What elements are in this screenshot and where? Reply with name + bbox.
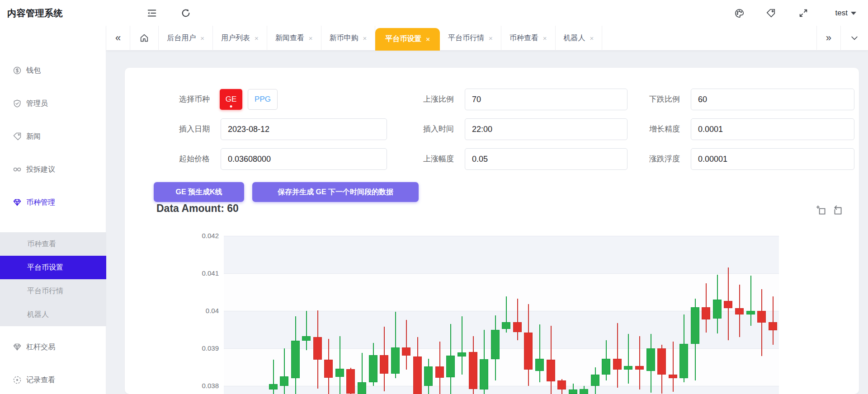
sidebar-item-label: 币种管理: [26, 198, 55, 207]
tabs-scroll-right-icon[interactable]: »: [816, 26, 840, 51]
tab-5[interactable]: 平台币行情×: [440, 26, 501, 51]
sidebar-subitem-1[interactable]: 平台币设置: [0, 256, 106, 279]
candle: [624, 366, 632, 370]
coin-button-ppg[interactable]: PPG: [248, 89, 278, 110]
tabs-scroll-left-icon[interactable]: «: [106, 26, 130, 51]
field-label-4: 增长精度: [608, 118, 680, 140]
field-label-6: 上涨幅度: [382, 148, 454, 170]
refresh-icon[interactable]: [179, 6, 193, 20]
tab-0[interactable]: 后台用户×: [159, 26, 213, 51]
sidebar-item-1[interactable]: 管理员: [0, 94, 106, 113]
candle: [424, 366, 433, 386]
candle: [569, 389, 577, 394]
tab-close-icon[interactable]: ×: [363, 34, 367, 42]
tab-4[interactable]: 平台币设置×: [375, 28, 440, 51]
candle: [469, 352, 477, 389]
tag-icon: [13, 132, 22, 141]
candle-wick: [750, 276, 751, 326]
dollar-circle-icon: [13, 66, 22, 75]
gridline: [224, 348, 779, 349]
fullscreen-icon[interactable]: [797, 6, 810, 20]
field-input-6[interactable]: [465, 148, 627, 170]
theme-palette-icon[interactable]: [732, 6, 746, 20]
tab-close-icon[interactable]: ×: [426, 35, 430, 43]
candle: [657, 348, 666, 375]
field-input-5[interactable]: [221, 148, 387, 170]
candle: [635, 366, 644, 370]
sidebar-collapse-icon[interactable]: [145, 6, 159, 20]
field-input-7[interactable]: [691, 148, 854, 170]
candle-wick: [628, 334, 629, 384]
y-axis-label: 0.039: [187, 344, 219, 352]
tab-close-icon[interactable]: ×: [489, 34, 493, 42]
field-label-0: 上涨比例: [382, 89, 454, 110]
sidebar-item-5[interactable]: 杠杆交易: [0, 338, 106, 356]
tab-3[interactable]: 新币申购×: [321, 26, 376, 51]
candle: [269, 384, 278, 389]
candle-wick: [673, 342, 674, 392]
sidebar-item-3[interactable]: 投拆建议: [0, 160, 106, 178]
field-input-3[interactable]: [465, 118, 627, 140]
tab-2[interactable]: 新闻查看×: [267, 26, 321, 51]
sidebar-item-label: 钱包: [26, 66, 41, 75]
tab-close-icon[interactable]: ×: [590, 34, 594, 42]
tab-1[interactable]: 用户列表×: [213, 26, 267, 51]
field-label-7: 涨跌浮度: [608, 148, 680, 170]
tab-close-icon[interactable]: ×: [543, 34, 547, 42]
field-label-3: 插入时间: [382, 118, 454, 140]
tab-close-icon[interactable]: ×: [309, 34, 313, 42]
field-input-1[interactable]: [691, 89, 854, 110]
y-axis-label: 0.041: [187, 269, 219, 277]
top-bar: 内容管理系统: [0, 0, 868, 26]
coin-button-ge[interactable]: GE: [220, 89, 242, 110]
candle: [358, 382, 366, 394]
field-input-0[interactable]: [465, 89, 627, 110]
sidebar-item-6[interactable]: 记录查看: [0, 371, 106, 389]
tab-label: 机器人: [564, 33, 585, 43]
candle: [435, 366, 444, 378]
tab-7[interactable]: 机器人×: [556, 26, 603, 51]
field-input-4[interactable]: [691, 118, 854, 140]
tabs-menu-icon[interactable]: [840, 26, 868, 51]
tab-close-icon[interactable]: ×: [255, 34, 259, 42]
candle: [280, 376, 288, 386]
candle-wick: [462, 316, 462, 375]
candle: [524, 333, 533, 370]
candle-wick: [539, 324, 540, 382]
tab-label: 平台币设置: [385, 34, 421, 44]
sidebar-subitem-3[interactable]: 机器人: [0, 303, 106, 326]
sidebar-subitem-0[interactable]: 币种查看: [0, 232, 106, 256]
candle: [735, 308, 744, 314]
user-menu[interactable]: test: [835, 6, 856, 20]
candle: [746, 311, 755, 314]
candle: [313, 337, 322, 360]
candle: [713, 300, 722, 319]
candle: [369, 355, 377, 382]
tab-label: 新币申购: [330, 33, 359, 43]
sidebar-item-0[interactable]: 钱包: [0, 61, 106, 80]
tag-icon[interactable]: [764, 6, 778, 20]
tab-close-icon[interactable]: ×: [200, 34, 204, 42]
app-title: 内容管理系统: [7, 7, 63, 19]
sidebar-item-label: 杠杆交易: [26, 342, 55, 352]
sidebar-subitem-2[interactable]: 平台币行情: [0, 279, 106, 303]
gridline: [224, 236, 779, 236]
sidebar-item-label: 新闻: [26, 132, 41, 141]
candle: [346, 369, 355, 394]
shield-icon: [13, 99, 22, 108]
tab-label: 新闻查看: [275, 33, 304, 43]
save-generate-next-period-button[interactable]: 保存并生成 GE 下一个时间段的数据: [252, 182, 419, 202]
sidebar-item-2[interactable]: 新闻: [0, 127, 106, 145]
candle-wick: [617, 323, 618, 388]
candle: [491, 330, 500, 360]
pregenerate-kline-button[interactable]: GE 预生成K线: [154, 182, 244, 202]
sidebar-item-4[interactable]: 币种管理: [0, 193, 106, 211]
candle: [757, 311, 766, 323]
field-input-2[interactable]: [221, 118, 387, 140]
home-tab-icon[interactable]: [130, 26, 159, 51]
candle: [402, 347, 410, 355]
tab-6[interactable]: 币种查看×: [501, 26, 556, 51]
sidebar-item-label: 记录查看: [26, 375, 55, 385]
candle: [691, 307, 699, 344]
candle-wick: [639, 336, 640, 389]
